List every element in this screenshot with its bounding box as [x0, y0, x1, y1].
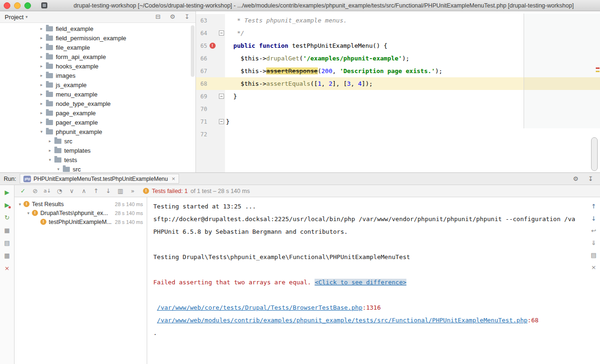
chevron-right-icon[interactable]: ▸ — [38, 120, 45, 125]
project-tree-item[interactable]: ▾phpunit_example — [0, 127, 195, 136]
code-line[interactable]: $this->drupalGet('/examples/phpunit-exam… — [225, 52, 600, 65]
minimize-window-button[interactable] — [14, 2, 21, 9]
project-tree-item[interactable]: ▸field_permission_example — [0, 33, 195, 43]
code-line[interactable]: $this->assertEquals([1, 2], [3, 4]); — [225, 77, 600, 90]
editor[interactable]: 63 * Tests phpunit_example menus.64 */65… — [196, 11, 600, 172]
hide-panel-button[interactable]: ↧ — [183, 13, 191, 21]
project-scrollbar-thumb[interactable] — [191, 25, 195, 77]
restore-layout-button[interactable]: ▤ — [3, 239, 11, 247]
project-tree-item[interactable]: ▸js_example — [0, 80, 195, 89]
console-text — [153, 317, 157, 324]
rerun-button[interactable]: ▶ — [3, 189, 11, 196]
project-tree-item[interactable]: ▸page_example — [0, 108, 195, 118]
code-line[interactable]: public function testPhpUnitExampleMenu()… — [225, 39, 600, 52]
tree-item-label: field_example — [56, 25, 93, 32]
toggle-auto-test-button[interactable]: ↻ — [3, 214, 11, 222]
chevron-right-icon[interactable]: ▸ — [38, 64, 45, 68]
close-tab-icon[interactable]: × — [172, 175, 175, 182]
chevron-right-icon[interactable]: ▸ — [38, 101, 45, 106]
previous-failed-test-button[interactable]: ↑ — [92, 187, 100, 195]
run-tab[interactable]: php PHPUnitExampleMenuTest.testPhpUnitEx… — [20, 174, 179, 184]
project-tree-item[interactable]: ▸form_api_example — [0, 52, 195, 61]
show-passed-button[interactable]: ✓ — [19, 187, 27, 195]
project-tree-item[interactable]: ▸images — [0, 71, 195, 80]
chevron-right-icon[interactable]: ▸ — [47, 148, 53, 153]
chevron-right-icon[interactable]: ▸ — [38, 111, 45, 115]
warning-stripe-mark[interactable] — [596, 71, 600, 72]
project-tree-item[interactable]: ▸field_example — [0, 24, 195, 33]
editor-scrollbar-thumb[interactable] — [591, 137, 598, 171]
clear-all-button[interactable]: × — [590, 264, 598, 271]
editor-gutter: 71 — [196, 115, 225, 128]
import-test-results-button[interactable]: ▥ — [117, 187, 124, 195]
expand-all-button[interactable]: ∨ — [68, 187, 75, 195]
code-line[interactable]: * Tests phpunit_example menus. — [225, 14, 600, 27]
chevron-right-icon[interactable]: ▸ — [38, 92, 45, 97]
error-stripe-mark[interactable] — [596, 67, 600, 69]
rerun-failed-tests-button[interactable]: ▶ — [3, 201, 11, 209]
console-file-link[interactable]: /var/www/web/core/tests/Drupal/Tests/Bro… — [157, 304, 362, 311]
chevron-right-icon[interactable]: ▸ — [47, 139, 53, 143]
more-options-icon[interactable]: » — [129, 187, 136, 195]
console-text — [153, 304, 157, 311]
project-tree-item[interactable]: ▸menu_example — [0, 89, 195, 99]
soft-wrap-button[interactable]: ↩ — [590, 227, 598, 235]
chevron-down-icon[interactable]: ▾ — [25, 211, 31, 215]
chevron-right-icon[interactable]: ▸ — [38, 54, 45, 59]
test-tree-item[interactable]: ▾!Drupal\Tests\phpunit_ex...28 s 140 ms — [15, 208, 147, 217]
up-stack-trace-button[interactable]: ↑ — [590, 203, 598, 210]
pin-tab-button[interactable]: ▦ — [3, 252, 11, 260]
project-panel-title[interactable]: Project ▾ — [5, 14, 28, 21]
console-file-link[interactable]: /var/www/web/modules/contrib/examples/ph… — [157, 317, 528, 324]
collapse-all-button[interactable]: ∧ — [80, 187, 88, 195]
console-line — [153, 289, 584, 301]
project-tree-item[interactable]: ▸hooks_example — [0, 61, 195, 71]
chevron-right-icon[interactable]: ▸ — [38, 73, 45, 78]
next-failed-test-button[interactable]: ↓ — [105, 187, 112, 195]
print-button[interactable]: ▤ — [590, 252, 598, 259]
project-tree-item[interactable]: ▸templates — [0, 146, 195, 155]
sort-alphabetically-button[interactable]: a↓ — [44, 187, 51, 195]
console[interactable]: Testing started at 13:25 ...sftp://docke… — [147, 197, 600, 364]
chevron-down-icon[interactable]: ▾ — [55, 167, 61, 171]
project-tree-item[interactable]: ▸node_type_example — [0, 99, 195, 108]
settings-gear-icon[interactable]: ⚙ — [572, 175, 579, 183]
project-tree-item[interactable]: ▾src — [0, 164, 195, 172]
project-tree-item[interactable]: ▸file_example — [0, 43, 195, 52]
project-tree-item[interactable]: ▾tests — [0, 155, 195, 164]
chevron-down-icon[interactable]: ▾ — [17, 202, 23, 207]
close-button[interactable]: × — [3, 265, 11, 272]
zoom-window-button[interactable] — [24, 2, 31, 9]
project-tree-item[interactable]: ▸pager_example — [0, 118, 195, 127]
code-line[interactable]: } — [225, 115, 600, 128]
fold-marker-icon[interactable] — [219, 119, 224, 124]
sort-by-duration-button[interactable]: ◔ — [56, 187, 63, 195]
show-ignored-button[interactable]: ⊘ — [31, 187, 39, 195]
stop-button[interactable]: ■ — [3, 227, 11, 234]
scroll-to-end-button[interactable]: ⇓ — [590, 239, 598, 247]
code-line[interactable] — [225, 103, 600, 115]
test-failed-run-icon[interactable]: ! — [210, 43, 216, 49]
code-line[interactable] — [225, 128, 600, 141]
chevron-down-icon[interactable]: ▾ — [38, 129, 45, 134]
fold-marker-icon[interactable] — [219, 94, 224, 99]
test-tree-item[interactable]: ▾!Test Results28 s 140 ms — [15, 200, 147, 208]
chevron-right-icon[interactable]: ▸ — [38, 36, 45, 40]
down-stack-trace-button[interactable]: ↓ — [590, 215, 598, 223]
project-tree-item[interactable]: ▸src — [0, 136, 195, 146]
settings-gear-button[interactable]: ⚙ — [169, 13, 176, 21]
collapse-all-button[interactable]: ⊟ — [154, 13, 162, 21]
chevron-right-icon[interactable]: ▸ — [38, 45, 45, 50]
test-tree-item[interactable]: !testPhpUnitExampleM...28 s 140 ms — [15, 217, 147, 226]
see-difference-link[interactable]: <Click to see difference> — [315, 279, 406, 286]
fold-marker-icon[interactable] — [219, 30, 224, 36]
code-line[interactable]: } — [225, 90, 600, 103]
chevron-right-icon[interactable]: ▸ — [38, 82, 45, 87]
code-token: public function — [233, 42, 288, 49]
chevron-down-icon[interactable]: ▾ — [47, 157, 53, 162]
code-line[interactable]: */ — [225, 27, 600, 39]
hide-tool-window-icon[interactable]: ↧ — [587, 175, 594, 183]
code-line[interactable]: $this->assertResponse(200, 'Description … — [225, 65, 600, 77]
chevron-right-icon[interactable]: ▸ — [38, 26, 45, 31]
close-window-button[interactable] — [4, 2, 10, 9]
